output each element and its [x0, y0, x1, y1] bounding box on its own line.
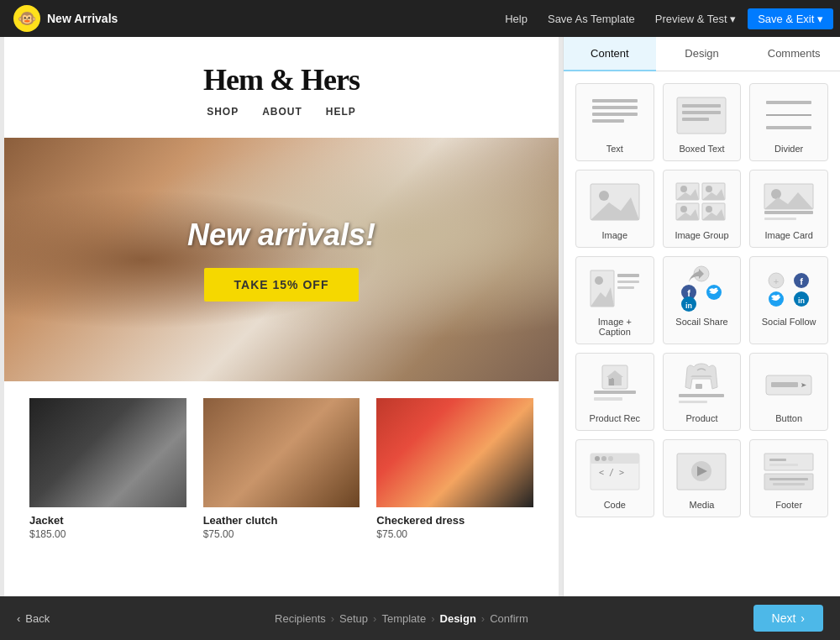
svg-rect-29 — [764, 211, 813, 214]
product-block-icon — [672, 362, 731, 408]
preview-test-button[interactable]: Preview & Test ▾ — [647, 9, 744, 29]
step-template: Template — [381, 612, 426, 625]
svg-point-24 — [706, 206, 712, 212]
block-image-caption-label: Image + Caption — [581, 317, 648, 337]
product-price: $75.00 — [376, 528, 533, 540]
svg-rect-36 — [617, 286, 634, 289]
svg-rect-53 — [594, 397, 622, 401]
save-exit-button[interactable]: Save & Exit ▾ — [748, 8, 833, 29]
svg-point-21 — [680, 206, 687, 212]
product-price: $75.00 — [203, 528, 360, 540]
right-panel: Content Design Comments Text — [563, 37, 840, 596]
nav-about[interactable]: ABOUT — [262, 106, 302, 118]
block-image-caption[interactable]: Image + Caption — [575, 256, 654, 344]
top-nav-actions: Help Save As Template Preview & Test ▾ S… — [496, 0, 840, 37]
svg-point-18 — [706, 186, 712, 192]
product-price: $185.00 — [29, 528, 186, 540]
nav-shop[interactable]: SHOP — [207, 106, 239, 118]
chevron-2: › — [373, 612, 376, 625]
footer-block-icon — [759, 449, 818, 495]
block-code[interactable]: < / > Code — [575, 439, 654, 517]
hero-headline: New arrivals! — [187, 218, 375, 253]
block-social-follow[interactable]: + f in Social Follow — [749, 256, 828, 344]
block-text[interactable]: Text — [575, 83, 654, 161]
hero-background — [4, 138, 559, 381]
svg-rect-10 — [766, 126, 811, 129]
media-block-icon — [672, 449, 731, 495]
chevron-1: › — [331, 612, 334, 625]
panel-content: Text Boxed Text Divider — [564, 71, 840, 596]
back-chevron: ‹ — [17, 612, 20, 625]
svg-rect-7 — [682, 118, 709, 121]
block-divider[interactable]: Divider — [749, 83, 828, 161]
button-block-icon — [759, 362, 818, 408]
block-product-rec[interactable]: Product Rec — [575, 353, 654, 431]
panel-tabs: Content Design Comments — [564, 37, 840, 71]
svg-rect-71 — [764, 474, 813, 490]
block-product[interactable]: Product — [663, 353, 742, 431]
block-footer[interactable]: Footer — [749, 439, 828, 517]
svg-point-27 — [771, 189, 781, 199]
block-image-card[interactable]: Image Card — [749, 170, 828, 248]
email-header: Hem & Hers SHOP ABOUT HELP — [4, 37, 559, 138]
svg-text:in: in — [685, 302, 692, 310]
svg-rect-30 — [764, 218, 796, 220]
product-name: Checkered dress — [376, 514, 533, 527]
nav-help[interactable]: HELP — [326, 106, 356, 118]
hero-section: New arrivals! TAKE 15% OFF — [4, 138, 559, 381]
block-social-share[interactable]: f in Socail Share — [663, 256, 742, 344]
block-button[interactable]: Button — [749, 353, 828, 431]
code-block-icon: < / > — [585, 449, 644, 495]
image-block-icon — [585, 179, 644, 225]
chevron-4: › — [481, 612, 485, 625]
block-media[interactable]: Media — [663, 439, 742, 517]
step-setup: Setup — [339, 612, 368, 625]
tab-content[interactable]: Content — [564, 37, 656, 71]
email-canvas: Hem & Hers SHOP ABOUT HELP New arrivals!… — [0, 37, 563, 596]
svg-point-12 — [599, 191, 609, 201]
svg-point-15 — [680, 186, 687, 192]
bottom-navigation: ‹ Back Recipients › Setup › Template › D… — [0, 596, 840, 640]
mailchimp-logo: 🐵 — [13, 5, 40, 32]
blocks-grid: Text Boxed Text Divider — [575, 83, 828, 517]
svg-rect-2 — [592, 113, 638, 116]
help-button[interactable]: Help — [496, 9, 536, 29]
block-image-label: Image — [602, 230, 628, 240]
social-follow-block-icon: + f in — [759, 265, 818, 312]
products-grid: Jacket $185.00 Leather clutch $75.00 Che… — [29, 398, 533, 540]
next-chevron: › — [801, 611, 805, 625]
product-item: Jacket $185.00 — [29, 398, 186, 540]
svg-rect-1 — [592, 106, 638, 109]
next-label: Next — [772, 611, 796, 625]
block-image-group[interactable]: Image Group — [663, 170, 742, 248]
svg-point-63 — [608, 456, 613, 461]
block-image[interactable]: Image — [575, 170, 654, 248]
svg-text:in: in — [798, 296, 805, 305]
block-boxed-text[interactable]: Boxed Text — [663, 83, 742, 161]
email-body: Hem & Hers SHOP ABOUT HELP New arrivals!… — [4, 37, 559, 596]
block-code-label: Code — [604, 500, 626, 510]
tab-comments[interactable]: Comments — [748, 37, 840, 71]
svg-rect-68 — [764, 454, 813, 470]
main-area: Hem & Hers SHOP ABOUT HELP New arrivals!… — [0, 37, 840, 596]
product-name: Jacket — [29, 514, 186, 527]
svg-point-62 — [601, 456, 606, 461]
email-brand: Hem & Hers — [21, 62, 542, 97]
product-image — [203, 398, 360, 507]
step-recipients: Recipients — [275, 612, 326, 625]
block-divider-label: Divider — [774, 144, 803, 154]
image-card-block-icon — [759, 179, 818, 225]
back-button[interactable]: ‹ Back — [17, 612, 50, 625]
breadcrumb-steps: Recipients › Setup › Template › Design ›… — [275, 612, 528, 625]
svg-text:< / >: < / > — [599, 468, 624, 477]
next-button[interactable]: Next › — [753, 605, 823, 632]
svg-rect-4 — [677, 97, 726, 134]
svg-rect-54 — [696, 384, 702, 389]
block-footer-label: Footer — [775, 500, 802, 510]
save-as-template-button[interactable]: Save As Template — [539, 9, 643, 29]
step-confirm: Confirm — [490, 612, 528, 625]
tab-design[interactable]: Design — [656, 37, 748, 71]
hero-cta-button[interactable]: TAKE 15% OFF — [204, 268, 360, 302]
block-image-group-label: Image Group — [675, 230, 728, 240]
svg-rect-70 — [769, 464, 798, 466]
